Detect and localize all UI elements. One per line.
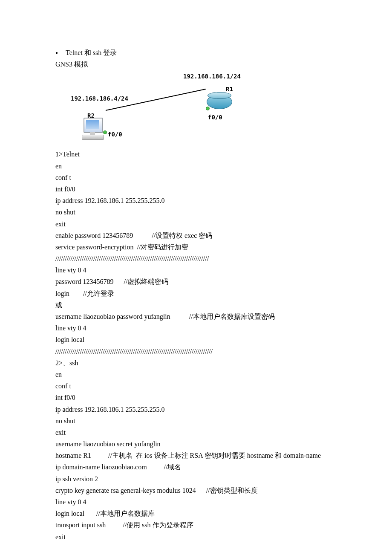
- config-lines: 1>Telnetenconf tint f0/0ip address 192.1…: [55, 148, 337, 542]
- config-line: int f0/0: [55, 392, 337, 403]
- config-line: int f0/0: [55, 183, 337, 195]
- config-line: login //允许登录: [55, 288, 337, 299]
- config-line: service password-encryption //对密码进行加密: [55, 241, 337, 253]
- config-line: exit: [55, 531, 337, 543]
- config-line: password 123456789 //虚拟终端密码: [55, 276, 337, 287]
- config-line: exit: [55, 427, 337, 438]
- config-line: 2>、ssh: [55, 357, 337, 369]
- config-line: 1>Telnet: [55, 148, 337, 160]
- config-line: en: [55, 160, 337, 172]
- config-line: hostname R1 //主机名 在 ios 设备上标注 RSA 密钥对时需要…: [55, 450, 337, 461]
- interface-r1-label: f0/0: [208, 113, 222, 123]
- config-line: login local //本地用户名数据库: [55, 508, 337, 519]
- router-icon: [207, 92, 232, 110]
- config-line: ip ssh version 2: [55, 473, 337, 485]
- config-line: no shut: [55, 415, 337, 427]
- config-line: ip domain-name liaozuobiao.com //域名: [55, 461, 337, 473]
- config-line: ip address 192.168.186.1 255.255.255.0: [55, 404, 337, 415]
- config-line: exit: [55, 218, 337, 230]
- network-diagram: 192.168.186.1/24 192.168.186.4/24 R1 R2 …: [55, 72, 260, 148]
- pc-icon: [82, 118, 105, 142]
- heading-bullet: Telnet 和 ssh 登录: [55, 47, 337, 58]
- config-line: username liaozuobiao secret yufanglin: [55, 438, 337, 450]
- config-line: ////////////////////////////////////////…: [55, 253, 337, 264]
- config-line: line vty 0 4: [55, 264, 337, 276]
- config-line: line vty 0 4: [55, 322, 337, 334]
- config-line: line vty 0 4: [55, 496, 337, 508]
- ip-r1-label: 192.168.186.1/24: [183, 72, 241, 82]
- config-line: en: [55, 369, 337, 380]
- config-line: crypto key generate rsa general-keys mod…: [55, 485, 337, 496]
- gns3-line: GNS3 模拟: [55, 58, 337, 70]
- config-line: no shut: [55, 206, 337, 218]
- config-line: login local: [55, 334, 337, 345]
- ip-r2-label: 192.168.186.4/24: [71, 94, 128, 104]
- config-line: username liaozuobiao password yufanglin …: [55, 311, 337, 322]
- config-line: conf t: [55, 380, 337, 392]
- interface-r2-label: f0/0: [108, 130, 122, 140]
- config-line: conf t: [55, 172, 337, 183]
- config-line: transport input ssh //使用 ssh 作为登录程序: [55, 519, 337, 531]
- config-line: ip address 192.168.186.1 255.255.255.0: [55, 195, 337, 206]
- config-line: enable password 123456789 //设置特权 exec 密码: [55, 230, 337, 241]
- config-line: 或: [55, 299, 337, 311]
- config-line: ////////////////////////////////////////…: [55, 346, 337, 357]
